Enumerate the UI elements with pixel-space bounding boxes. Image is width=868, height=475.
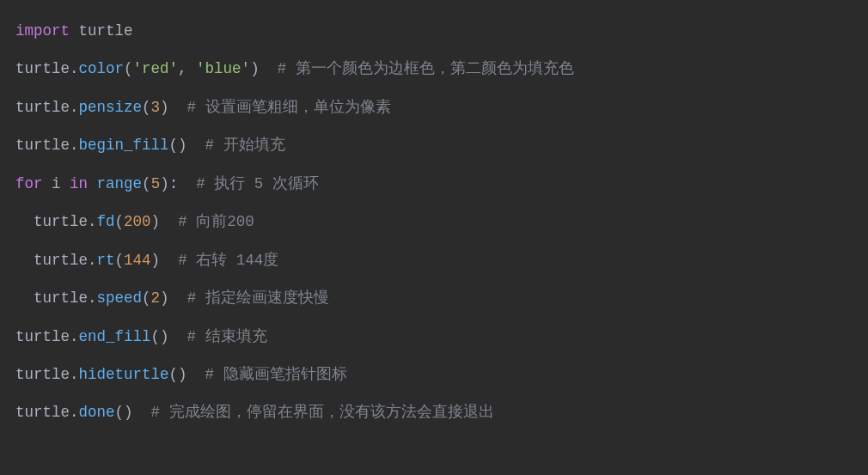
variable-token: i: [52, 175, 61, 192]
punct-token: (: [151, 328, 161, 345]
function-token: speed: [97, 289, 143, 307]
punct-token: (: [115, 213, 125, 230]
number-token: 2: [151, 289, 161, 307]
punct-token: ): [124, 404, 133, 421]
punct-token: .: [88, 252, 97, 269]
punct-token: .: [70, 60, 79, 77]
punct-token: .: [70, 404, 79, 421]
punct-token: (: [115, 252, 125, 269]
function-token: rt: [97, 252, 115, 269]
number-token: 3: [151, 99, 161, 116]
function-token: color: [79, 60, 125, 77]
punct-token: (: [169, 366, 179, 383]
punct-token: ): [160, 175, 169, 192]
punct-token: (: [142, 289, 151, 307]
function-token: fd: [97, 213, 115, 230]
comment-token: # 指定绘画速度快慢: [187, 289, 329, 307]
code-line: turtle.fd(200) # 向前200: [15, 213, 254, 230]
number-token: 5: [151, 175, 161, 192]
punct-token: ): [151, 252, 161, 269]
object-token: turtle: [34, 289, 88, 307]
punct-token: (: [115, 404, 125, 421]
punct-token: :: [169, 175, 179, 192]
comment-token: # 设置画笔粗细，单位为像素: [187, 99, 391, 116]
object-token: turtle: [15, 366, 70, 383]
number-token: 200: [124, 213, 151, 230]
punct-token: .: [88, 289, 97, 307]
punct-token: .: [70, 137, 79, 154]
comment-token: # 结束填充: [187, 328, 267, 345]
object-token: turtle: [34, 213, 88, 230]
punct-token: ): [178, 137, 187, 154]
punct-token: ): [160, 99, 169, 116]
object-token: turtle: [15, 404, 70, 421]
module-token: turtle: [79, 22, 133, 40]
comment-token: # 执行 5 次循环: [196, 175, 319, 192]
string-token: 'red': [133, 60, 179, 77]
punct-token: .: [70, 99, 79, 116]
function-token: begin_fill: [79, 137, 169, 154]
keyword-token: in: [70, 175, 88, 192]
keyword-token: import: [15, 22, 70, 40]
punct-token: ): [151, 213, 161, 230]
punct-token: ): [160, 289, 169, 307]
function-token: hideturtle: [79, 366, 169, 383]
function-token: end_fill: [79, 328, 151, 345]
code-line: import turtle: [15, 22, 133, 40]
function-token: pensize: [79, 99, 143, 116]
code-line: for i in range(5): # 执行 5 次循环: [15, 175, 319, 192]
punct-token: ): [178, 366, 187, 383]
code-line: turtle.rt(144) # 右转 144度: [15, 252, 278, 269]
punct-token: ): [250, 60, 260, 77]
object-token: turtle: [15, 137, 70, 154]
code-line: turtle.speed(2) # 指定绘画速度快慢: [15, 289, 329, 307]
punct-token: (: [142, 99, 151, 116]
comment-token: # 隐藏画笔指针图标: [205, 366, 347, 383]
object-token: turtle: [15, 328, 70, 345]
comment-token: # 右转 144度: [178, 252, 278, 269]
object-token: turtle: [15, 99, 70, 116]
function-token: done: [79, 404, 115, 421]
punct-token: .: [70, 328, 79, 345]
punct-token: .: [88, 213, 97, 230]
code-line: turtle.begin_fill() # 开始填充: [15, 137, 285, 154]
builtin-token: range: [97, 175, 143, 192]
comment-token: # 完成绘图，停留在界面，没有该方法会直接退出: [151, 404, 494, 421]
keyword-token: for: [15, 175, 43, 192]
punct-token: ): [160, 328, 169, 345]
comment-token: # 开始填充: [205, 137, 285, 154]
punct-token: ,: [178, 60, 187, 77]
punct-token: (: [142, 175, 151, 192]
code-line: turtle.pensize(3) # 设置画笔粗细，单位为像素: [15, 99, 391, 116]
code-line: turtle.hideturtle() # 隐藏画笔指针图标: [15, 366, 347, 383]
code-line: turtle.color('red', 'blue') # 第一个颜色为边框色，…: [15, 60, 574, 77]
code-block: import turtle turtle.color('red', 'blue'…: [0, 0, 868, 444]
object-token: turtle: [15, 60, 70, 77]
punct-token: (: [169, 137, 179, 154]
code-line: turtle.end_fill() # 结束填充: [15, 328, 267, 345]
code-line: turtle.done() # 完成绘图，停留在界面，没有该方法会直接退出: [15, 404, 494, 421]
number-token: 144: [124, 252, 151, 269]
punct-token: .: [70, 366, 79, 383]
string-token: 'blue': [196, 60, 250, 77]
object-token: turtle: [34, 252, 88, 269]
comment-token: # 第一个颜色为边框色，第二颜色为填充色: [278, 60, 574, 77]
comment-token: # 向前200: [178, 213, 254, 230]
punct-token: (: [124, 60, 133, 77]
